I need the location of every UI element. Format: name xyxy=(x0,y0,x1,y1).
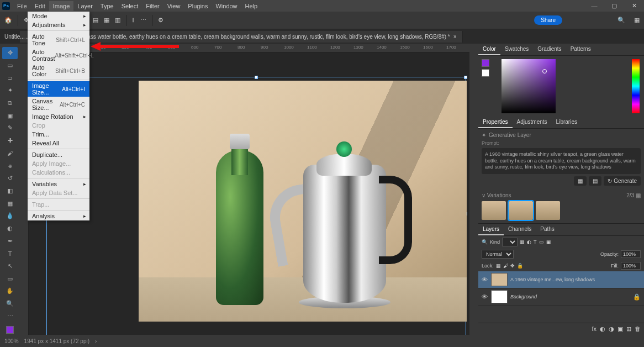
variations-grid-icon[interactable]: ▦ xyxy=(636,192,641,198)
heal-tool[interactable]: ✚ xyxy=(2,135,18,147)
blur-tool[interactable]: 💧 xyxy=(2,210,18,222)
menu-item-auto-color[interactable]: Auto ColorShift+Ctrl+B xyxy=(28,63,89,78)
menu-select[interactable]: Select xyxy=(118,1,142,11)
visibility-icon[interactable]: 👁 xyxy=(482,276,488,283)
visibility-icon[interactable]: 👁 xyxy=(482,293,488,300)
crop-tool[interactable]: ⧉ xyxy=(2,97,18,109)
variation-thumb-2[interactable] xyxy=(509,201,533,220)
selection-bounding-box[interactable]: ⦙ A 1960 vintage... 🖼 ▦ ‹ 2/3 › ↻ Genera… xyxy=(46,77,466,335)
filter-smart-icon[interactable]: ▣ xyxy=(546,239,551,245)
move-tool[interactable]: ✥ xyxy=(2,47,18,59)
tab-libraries[interactable]: Libraries xyxy=(552,117,582,128)
lock-paint-icon[interactable]: 🖌 xyxy=(503,263,508,269)
variation-thumb-3[interactable] xyxy=(536,201,560,220)
tab-channels[interactable]: Channels xyxy=(504,224,536,235)
menu-item-canvas-size-[interactable]: Canvas Size...Alt+Ctrl+C xyxy=(28,97,89,112)
menu-item-auto-tone[interactable]: Auto ToneShift+Ctrl+L xyxy=(28,32,89,48)
layer-row-2[interactable]: 👁 Background 🔒 xyxy=(478,288,644,306)
gradient-tool[interactable]: ▦ xyxy=(2,197,18,209)
mask-icon[interactable]: ◐ xyxy=(600,325,605,333)
home-icon[interactable]: 🏠 xyxy=(4,17,12,24)
menu-item-variables[interactable]: Variables xyxy=(28,180,89,188)
tab-swatches[interactable]: Swatches xyxy=(500,44,533,55)
align-center-icon[interactable]: ▦ xyxy=(104,17,109,24)
tab-paths[interactable]: Paths xyxy=(536,224,559,235)
color-field[interactable] xyxy=(502,59,556,113)
collapsed-panel-dock[interactable] xyxy=(469,44,478,335)
align-left-icon[interactable]: ▤ xyxy=(93,17,98,24)
eraser-tool[interactable]: ◧ xyxy=(2,185,18,197)
menu-item-image-size-[interactable]: Image Size...Alt+Ctrl+I xyxy=(28,81,89,97)
history-brush-tool[interactable]: ↺ xyxy=(2,172,18,185)
hue-slider[interactable] xyxy=(632,59,640,113)
fill-input[interactable] xyxy=(621,262,641,270)
shape-tool[interactable]: ▭ xyxy=(2,272,18,285)
frame-tool[interactable]: ▣ xyxy=(2,109,18,122)
handle-n[interactable] xyxy=(255,76,258,79)
filter-type-icon[interactable]: T xyxy=(534,239,537,245)
edit-toolbar[interactable]: ⋯ xyxy=(2,310,18,322)
wand-tool[interactable]: ✦ xyxy=(2,85,18,97)
filter-pixel-icon[interactable]: ▦ xyxy=(520,239,525,245)
menu-help[interactable]: Help xyxy=(241,1,262,11)
stamp-tool[interactable]: ⎈ xyxy=(2,160,18,172)
tab-gradients[interactable]: Gradients xyxy=(533,44,566,55)
menu-file[interactable]: File xyxy=(13,1,31,11)
group-icon[interactable]: ▣ xyxy=(617,325,623,333)
props-icon-1[interactable]: ▦ xyxy=(574,176,587,186)
delete-layer-icon[interactable]: 🗑 xyxy=(635,325,641,333)
close-tab-icon[interactable]: × xyxy=(453,34,457,40)
tab-properties[interactable]: Properties xyxy=(478,117,513,128)
props-icon-2[interactable]: ▤ xyxy=(589,176,601,186)
tab-adjustments[interactable]: Adjustments xyxy=(513,117,552,128)
lock-trans-icon[interactable]: ▦ xyxy=(496,263,501,269)
filter-adjust-icon[interactable]: ◐ xyxy=(527,239,531,245)
kind-select[interactable] xyxy=(502,238,518,246)
blend-mode-select[interactable]: Normal xyxy=(482,250,514,259)
share-button[interactable]: Share xyxy=(534,15,562,25)
menu-item-adjustments[interactable]: Adjustments xyxy=(28,20,89,29)
menu-filter[interactable]: Filter xyxy=(142,1,163,11)
lock-pos-icon[interactable]: ✥ xyxy=(510,263,515,269)
distribute-icon[interactable]: ⫴ xyxy=(132,17,135,24)
menu-item-reveal-all[interactable]: Reveal All xyxy=(28,139,89,148)
prompt-text[interactable]: A 1960 vintage metallic shiny silver tea… xyxy=(482,148,641,174)
bg-swatch[interactable] xyxy=(482,69,489,77)
eyedropper-tool[interactable]: ✎ xyxy=(2,122,18,134)
fx-icon[interactable]: fx xyxy=(592,325,597,333)
minimize-button[interactable]: — xyxy=(584,1,604,12)
menu-edit[interactable]: Edit xyxy=(31,1,49,11)
lasso-tool[interactable]: ⊃ xyxy=(2,72,18,84)
align-right-icon[interactable]: ▥ xyxy=(115,17,120,24)
menu-item-image-rotation[interactable]: Image Rotation xyxy=(28,112,89,121)
props-generate-button[interactable]: ↻ Generate xyxy=(604,176,641,186)
marquee-tool[interactable]: ▭ xyxy=(2,60,18,72)
menu-item-analysis[interactable]: Analysis xyxy=(28,212,89,220)
variation-thumb-1[interactable] xyxy=(482,201,506,220)
adjust-layer-icon[interactable]: ◑ xyxy=(609,325,614,333)
zoom-tool[interactable]: 🔍 xyxy=(2,298,18,310)
menu-item-auto-contrast[interactable]: Auto ContrastAlt+Shift+Ctrl+L xyxy=(28,48,89,63)
type-tool[interactable]: T xyxy=(2,248,18,260)
filter-shape-icon[interactable]: ▭ xyxy=(539,239,544,245)
new-layer-icon[interactable]: ⊞ xyxy=(626,325,631,333)
pen-tool[interactable]: ✒ xyxy=(2,235,18,247)
path-tool[interactable]: ↖ xyxy=(2,260,18,272)
tab-patterns[interactable]: Patterns xyxy=(566,44,595,55)
zoom-level[interactable]: 100% xyxy=(4,338,19,344)
foreground-color[interactable] xyxy=(6,326,14,334)
hand-tool[interactable]: ✋ xyxy=(2,285,18,297)
close-button[interactable]: ✕ xyxy=(624,1,644,12)
menu-layer[interactable]: Layer xyxy=(73,1,97,11)
brush-tool[interactable]: 🖌 xyxy=(2,148,18,160)
handle-ne[interactable] xyxy=(464,76,467,79)
menu-item-mode[interactable]: Mode xyxy=(28,12,89,20)
menu-image[interactable]: Image xyxy=(49,1,74,11)
maximize-button[interactable]: ▢ xyxy=(604,1,624,12)
fg-swatch[interactable] xyxy=(482,59,489,67)
menu-window[interactable]: Window xyxy=(212,1,241,11)
menu-type[interactable]: Type xyxy=(97,1,118,11)
menu-view[interactable]: View xyxy=(163,1,184,11)
tab-color[interactable]: Color xyxy=(478,44,500,55)
more-icon[interactable]: ⋯ xyxy=(140,17,146,24)
